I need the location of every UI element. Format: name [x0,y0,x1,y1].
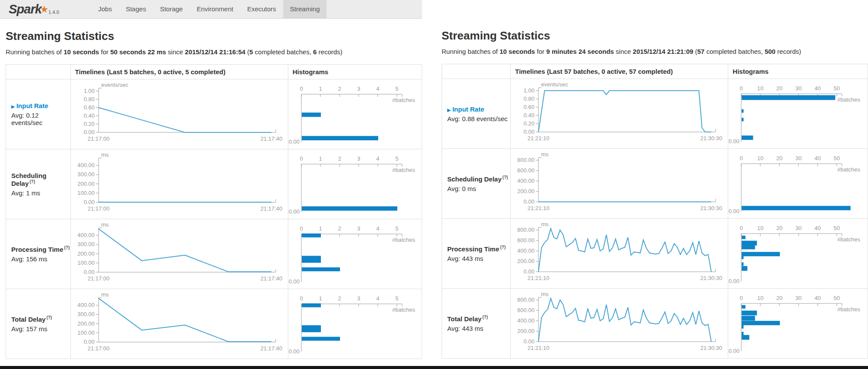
scheduling-delay-timeline-chart: ms400.00300.00200.00100.000.0021:17:0021… [71,151,288,217]
total-delay-histogram-chart: 01020304050#batches0.00 [728,290,868,356]
svg-text:ms: ms [541,291,549,297]
svg-text:5: 5 [395,86,398,92]
nav-tab-storage[interactable]: Storage [153,0,190,18]
svg-text:100.00: 100.00 [77,190,95,196]
svg-text:2: 2 [338,155,341,162]
svg-text:40: 40 [815,155,821,161]
svg-text:0.00: 0.00 [288,138,299,145]
svg-text:0.00: 0.00 [288,278,299,285]
table-row-input-rate: ▶Input Rate Avg: 0.12 events/sec events/… [6,79,422,149]
input-rate-avg: Avg: 0.12 events/sec [11,112,70,126]
svg-text:0: 0 [740,295,743,301]
svg-text:0.00: 0.00 [83,129,94,135]
svg-text:21:21:10: 21:21:10 [528,135,550,142]
svg-text:300.00: 300.00 [77,241,95,247]
nav-tab-stages[interactable]: Stages [119,0,153,18]
nav-tab-executors[interactable]: Executors [240,0,283,18]
header-timelines: Timelines (Last 5 batches, 0 active, 5 c… [70,65,288,79]
total-delay-histogram-cell: 012345#batches0.00 [288,289,422,359]
input-rate-histogram-chart: 01020304050#batches0.00 [728,81,868,147]
svg-text:0.00: 0.00 [524,198,535,205]
svg-text:1: 1 [319,86,322,92]
input-rate-avg: Avg: 0.88 events/sec [447,115,510,122]
expand-arrow-icon: ▶ [11,104,15,109]
svg-text:200.00: 200.00 [77,181,95,187]
input-rate-histogram-cell: 01020304050#batches0.00 [728,79,868,149]
svg-text:0: 0 [740,155,743,161]
svg-text:0.00: 0.00 [729,348,739,354]
table-row-scheduling-delay: Scheduling Delay(?) Avg: 0 ms ms800.0060… [442,149,868,219]
streaming-stats-table: Timelines (Last 57 batches, 0 active, 57… [442,64,868,359]
svg-text:100.00: 100.00 [77,260,95,266]
svg-text:3: 3 [357,155,360,162]
svg-text:#batches: #batches [392,306,415,313]
scheduling-delay-timeline-chart: ms800.00600.00400.00200.000.0021:21:1021… [511,151,728,217]
svg-text:200.00: 200.00 [77,250,95,257]
svg-text:4: 4 [376,225,379,232]
help-icon[interactable]: (?) [500,245,506,250]
input-rate-timeline-chart: events/sec1.000.800.600.400.200.0021:17:… [71,81,288,147]
svg-text:21:17:40: 21:17:40 [260,205,282,212]
svg-text:0.00: 0.00 [83,339,94,345]
status-line: Running batches of 10 seconds for 9 minu… [442,48,868,55]
svg-text:10: 10 [757,85,763,92]
svg-text:5: 5 [395,155,398,162]
input-rate-toggle[interactable]: ▶Input Rate [447,105,510,113]
svg-text:5: 5 [395,295,398,302]
svg-text:ms: ms [541,151,549,158]
svg-text:400.00: 400.00 [518,317,535,324]
input-rate-timeline-chart: events/sec1.000.800.600.400.200.0021:21:… [511,81,728,147]
svg-text:21:30:30: 21:30:30 [700,275,723,281]
help-icon[interactable]: (?) [64,245,70,250]
svg-text:600.00: 600.00 [518,237,535,244]
svg-text:4: 4 [376,295,379,302]
processing-time-histogram-chart: 012345#batches0.00 [288,221,422,287]
spark-version: 1.4.0 [49,10,59,15]
svg-text:21:17:00: 21:17:00 [87,275,109,282]
header-timelines: Timelines (Last 57 batches, 0 active, 57… [511,64,728,79]
svg-text:21:30:30: 21:30:30 [700,135,723,142]
svg-text:400.00: 400.00 [518,247,535,254]
svg-text:0.20: 0.20 [524,120,535,127]
processing-time-avg: Avg: 156 ms [11,255,70,263]
help-icon[interactable]: (?) [46,315,52,320]
spark-logo-star-icon: ★ [41,4,48,14]
svg-text:1.00: 1.00 [524,87,535,94]
svg-text:0: 0 [300,225,303,232]
input-rate-toggle[interactable]: ▶Input Rate [11,102,70,109]
nav-tab-jobs[interactable]: Jobs [91,0,119,18]
spark-ui-panel-right: Streaming Statistics Running batches of … [440,0,868,359]
input-rate-histogram-chart: 012345#batches0.00 [288,81,422,147]
processing-time-timeline-chart: ms400.00300.00200.00100.000.0021:17:0021… [71,221,288,287]
svg-text:0.80: 0.80 [524,96,535,102]
svg-text:ms: ms [101,221,109,228]
left-content: Streaming Statistics Running batches of … [0,30,422,359]
svg-text:20: 20 [776,155,782,161]
nav-tab-streaming[interactable]: Streaming [283,0,327,18]
nav-tab-environment[interactable]: Environment [190,0,240,18]
spark-logo[interactable]: Spark ★ 1.4.0 [0,0,78,18]
total-delay-histogram-chart: 012345#batches0.00 [288,291,422,357]
spark-ui-panel-left: Spark ★ 1.4.0 Jobs Stages Storage Enviro… [0,0,422,359]
help-icon[interactable]: (?) [30,179,35,184]
svg-text:30: 30 [795,155,802,161]
svg-text:300.00: 300.00 [77,171,95,178]
spark-logo-text: Spark [9,2,42,16]
header-empty [6,65,71,79]
input-rate-label-cell: ▶Input Rate Avg: 0.88 events/sec [442,79,511,149]
total-delay-timeline-chart: ms800.00600.00400.00200.000.0021:21:1021… [511,290,728,356]
processing-time-label-cell: Processing Time(?) Avg: 156 ms [6,219,71,289]
processing-time-timeline-chart: ms800.00600.00400.00200.000.0021:21:1021… [511,221,728,287]
scheduling-delay-histogram-chart: 012345#batches0.00 [288,151,422,217]
svg-text:0.00: 0.00 [83,199,94,205]
svg-text:21:17:00: 21:17:00 [87,135,109,142]
help-icon[interactable]: (?) [482,315,488,320]
scheduling-delay-timeline-cell: ms800.00600.00400.00200.000.0021:21:1021… [511,149,728,219]
svg-text:1.00: 1.00 [83,88,94,94]
help-icon[interactable]: (?) [502,175,508,180]
svg-text:3: 3 [357,295,360,302]
svg-text:events/sec: events/sec [541,81,568,88]
total-delay-histogram-cell: 01020304050#batches0.00 [728,289,868,359]
svg-text:800.00: 800.00 [518,227,535,233]
header-empty [442,64,511,79]
